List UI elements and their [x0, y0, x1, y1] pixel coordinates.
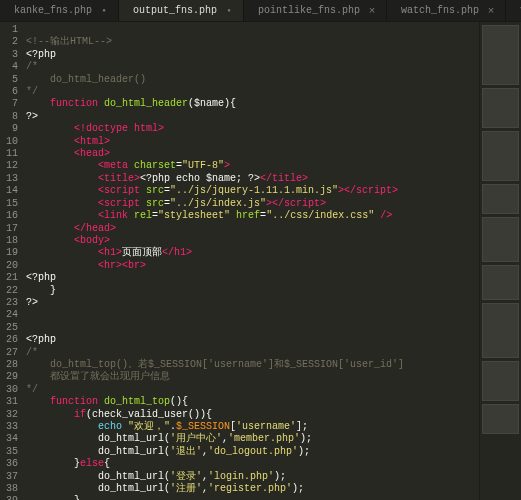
tab-output[interactable]: output_fns.php	[119, 0, 244, 21]
editor-main: 1 2 3 4 5 6 7 8 9 10 11 12 13 14 15 16 1…	[0, 22, 521, 500]
code-line: /*	[26, 347, 38, 358]
close-icon[interactable]	[487, 7, 495, 15]
code-line: <?php	[26, 334, 56, 345]
code-line: do_html_url('退出','do_logout.php');	[26, 446, 310, 457]
code-line: <body>	[26, 235, 110, 246]
code-line: do_html_url('注册','register.php');	[26, 483, 304, 494]
close-icon[interactable]	[368, 7, 376, 15]
code-line: <html>	[26, 136, 110, 147]
tab-label: output_fns.php	[133, 5, 217, 16]
code-line: }	[26, 495, 80, 500]
code-line: if(check_valid_user()){	[26, 409, 212, 420]
code-line: function do_html_header($name){	[26, 98, 236, 109]
tab-watch[interactable]: watch_fns.php	[387, 0, 506, 21]
code-line: }	[26, 285, 56, 296]
minimap-region	[482, 265, 519, 300]
tab-label: watch_fns.php	[401, 5, 479, 16]
code-line: /*	[26, 61, 38, 72]
minimap-region	[482, 88, 519, 128]
code-line: <?php	[26, 272, 56, 283]
minimap-region	[482, 217, 519, 262]
code-line: }else{	[26, 458, 110, 469]
code-area[interactable]: <!--输出HTML--> <?php /* do_html_header() …	[26, 22, 479, 500]
code-line: <meta charset="UTF-8">	[26, 160, 230, 171]
code-line: function do_html_top(){	[26, 396, 188, 407]
code-line: <title><?php echo $name; ?></title>	[26, 173, 308, 184]
code-line: */	[26, 86, 38, 97]
code-line: */	[26, 384, 38, 395]
code-line: 都设置了就会出现用户信息	[26, 371, 170, 382]
minimap-region	[482, 131, 519, 181]
code-line: ?>	[26, 297, 38, 308]
minimap-region	[482, 361, 519, 401]
code-line: <!--输出HTML-->	[26, 36, 112, 47]
code-line: <script src="../js/jquery-1.11.1.min.js"…	[26, 185, 398, 196]
code-line: <link rel="stylesheet" href="../css/inde…	[26, 210, 392, 221]
minimap-region	[482, 404, 519, 434]
tab-kanke[interactable]: kanke_fns.php	[0, 0, 119, 21]
code-line: <h1>页面顶部</h1>	[26, 247, 192, 258]
code-line: do_html_top()。若$_SESSION['username']和$_S…	[26, 359, 404, 370]
minimap[interactable]	[479, 22, 521, 500]
code-line: <?php	[26, 49, 56, 60]
tab-bar: kanke_fns.php output_fns.php pointlike_f…	[0, 0, 521, 22]
tab-pointlike[interactable]: pointlike_fns.php	[244, 0, 387, 21]
code-line: <head>	[26, 148, 110, 159]
line-number-gutter: 1 2 3 4 5 6 7 8 9 10 11 12 13 14 15 16 1…	[0, 22, 26, 500]
code-line: ?>	[26, 111, 38, 122]
minimap-region	[482, 303, 519, 358]
tab-video[interactable]: video_fns.php	[506, 0, 521, 21]
code-line: do_html_header()	[26, 74, 146, 85]
code-line: </head>	[26, 223, 116, 234]
editor-pane[interactable]: 1 2 3 4 5 6 7 8 9 10 11 12 13 14 15 16 1…	[0, 22, 479, 500]
dirty-dot-icon	[225, 7, 233, 15]
tab-label: pointlike_fns.php	[258, 5, 360, 16]
code-line: do_html_url('用户中心','member.php');	[26, 433, 312, 444]
code-line: <!doctype html>	[26, 123, 164, 134]
minimap-region	[482, 25, 519, 85]
code-line: echo "欢迎，".$_SESSION['username'];	[26, 421, 308, 432]
dirty-dot-icon	[100, 7, 108, 15]
tab-label: kanke_fns.php	[14, 5, 92, 16]
code-line: <hr><br>	[26, 260, 146, 271]
minimap-region	[482, 184, 519, 214]
code-line: do_html_url('登录','login.php');	[26, 471, 286, 482]
code-line: <script src="../js/index.js"></script>	[26, 198, 326, 209]
